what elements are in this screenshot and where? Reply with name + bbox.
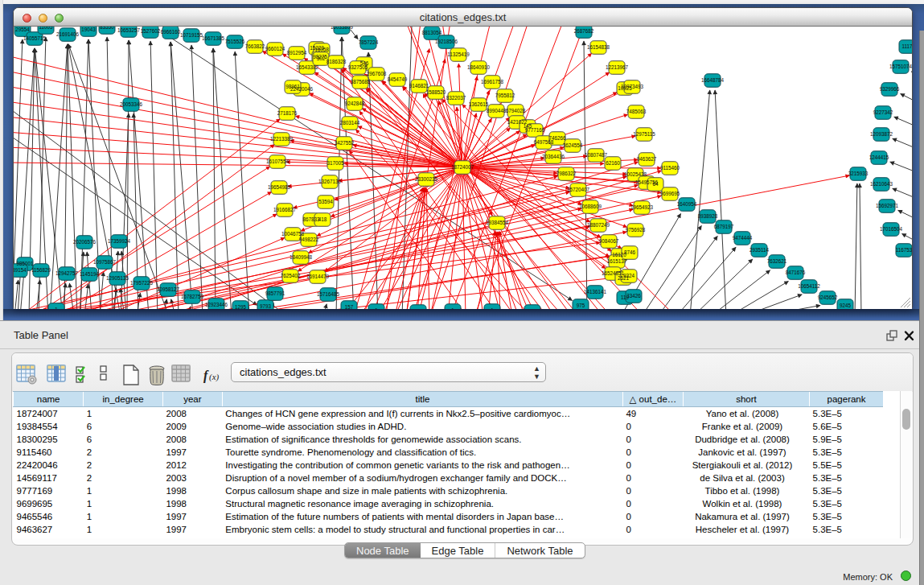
svg-text:16107554: 16107554: [266, 159, 290, 164]
svg-text:15751074: 15751074: [889, 64, 912, 69]
svg-text:9777169: 9777169: [525, 127, 545, 133]
svg-text:317005: 317005: [326, 160, 344, 166]
svg-text:1: 1: [417, 308, 420, 309]
svg-text:19384554: 19384554: [486, 220, 509, 225]
svg-text:10688609: 10688609: [579, 204, 602, 209]
svg-text:8186328: 8186328: [326, 59, 347, 64]
svg-text:10807487: 10807487: [585, 152, 608, 158]
svg-text:19654923: 19654923: [630, 204, 654, 210]
svg-text:1156829: 1156829: [31, 267, 51, 273]
svg-text:2803144: 2803144: [340, 120, 360, 126]
svg-text:14136141: 14136141: [584, 289, 607, 295]
svg-text:9115460: 9115460: [660, 165, 680, 171]
svg-text:9245652: 9245652: [818, 295, 838, 300]
svg-text:12923446: 12923446: [205, 302, 228, 307]
svg-text:53594: 53594: [318, 199, 333, 204]
svg-text:12213967: 12213967: [606, 64, 629, 70]
svg-text:17957225: 17957225: [130, 280, 154, 286]
svg-text:10719155: 10719155: [180, 32, 203, 38]
svg-text:7986322: 7986322: [556, 171, 577, 176]
svg-text:15720407: 15720407: [567, 187, 590, 192]
svg-text:2935114: 2935114: [749, 247, 770, 253]
svg-text:10958127: 10958127: [157, 286, 180, 292]
svg-text:62160: 62160: [606, 160, 620, 166]
svg-text:18409948: 18409948: [290, 254, 313, 260]
svg-text:418: 418: [318, 216, 327, 222]
svg-text:16671385: 16671385: [202, 35, 225, 41]
svg-text:7955812: 7955812: [495, 93, 515, 98]
svg-text:1117: 1117: [901, 43, 912, 49]
svg-text:16648784: 16648784: [701, 77, 725, 83]
svg-text:10046758: 10046758: [281, 231, 305, 237]
svg-text:1640954: 1640954: [677, 201, 697, 207]
svg-text:746266: 746266: [548, 135, 566, 141]
svg-text:12213389: 12213389: [270, 136, 294, 142]
svg-text:3624554: 3624554: [563, 142, 583, 148]
svg-text:18807249: 18807249: [587, 222, 610, 228]
svg-text:9474444: 9474444: [733, 235, 753, 241]
svg-text:19166827: 19166827: [273, 207, 297, 212]
svg-text:9084067: 9084067: [599, 238, 619, 244]
svg-text:9242848: 9242848: [345, 101, 365, 106]
svg-text:3875685: 3875685: [351, 79, 371, 84]
svg-text:20364436: 20364436: [542, 154, 565, 159]
svg-text:16782759: 16782759: [181, 294, 204, 299]
svg-text:1615137: 1615137: [607, 258, 627, 264]
svg-text:16210643: 16210643: [870, 181, 893, 187]
svg-text:10653257: 10653257: [117, 27, 141, 33]
svg-text:39154: 39154: [14, 267, 27, 273]
svg-text:16543382: 16543382: [296, 64, 319, 70]
svg-text:9463627: 9463627: [637, 156, 657, 162]
svg-text:16914479: 16914479: [306, 274, 330, 279]
svg-text:16033809: 16033809: [331, 27, 354, 30]
svg-text:1362615: 1362615: [469, 101, 489, 107]
svg-text:20053346: 20053346: [120, 101, 143, 107]
svg-text:1: 1: [451, 307, 454, 309]
svg-text:9146821: 9146821: [409, 83, 429, 89]
svg-text:33426: 33426: [626, 293, 641, 299]
svg-text:9660124: 9660124: [265, 46, 285, 51]
svg-text:1: 1: [531, 308, 534, 309]
svg-text:11325419: 11325419: [447, 51, 470, 57]
svg-text:83550: 83550: [100, 27, 114, 30]
svg-text:1527602: 1527602: [141, 28, 161, 34]
svg-text:1244415: 1244415: [869, 154, 889, 160]
svg-text:20206576: 20206576: [73, 239, 97, 245]
svg-text:18640910: 18640910: [467, 64, 491, 70]
svg-text:7485063: 7485063: [626, 109, 647, 114]
svg-text:16154838: 16154838: [587, 44, 610, 50]
svg-text:8813054: 8813054: [422, 30, 442, 35]
svg-text:29554: 29554: [15, 27, 30, 32]
svg-text:116753: 116753: [896, 247, 912, 253]
svg-text:9327505: 9327505: [348, 64, 368, 70]
svg-text:11005: 11005: [39, 27, 53, 30]
svg-text:1145194: 1145194: [80, 271, 100, 277]
svg-text:9498222: 9498222: [299, 237, 319, 242]
svg-text:8746: 8746: [624, 249, 636, 255]
svg-text:17016504: 17016504: [880, 226, 903, 232]
svg-text:2718176: 2718176: [277, 110, 298, 116]
svg-text:2967608: 2967608: [367, 71, 387, 76]
svg-text:9756928: 9756928: [626, 227, 646, 233]
svg-text:98961: 98961: [285, 84, 300, 89]
svg-text:1: 1: [55, 307, 58, 309]
svg-text:8454749: 8454749: [388, 76, 408, 82]
svg-text:12905135: 12905135: [106, 275, 129, 281]
svg-text:9329966: 9329966: [880, 86, 900, 92]
svg-text:(x): (x): [209, 372, 220, 382]
svg-text:8938928: 8938928: [698, 213, 718, 219]
svg-text:6879197: 6879197: [714, 224, 734, 229]
svg-text:7663822: 7663822: [245, 43, 265, 49]
svg-text:157: 157: [345, 304, 354, 309]
svg-text:64: 64: [652, 181, 659, 187]
svg-text:9324: 9324: [623, 273, 635, 278]
svg-text:21691406: 21691406: [56, 31, 80, 37]
svg-text:16961758: 16961758: [481, 79, 504, 84]
svg-text:1588520: 1588520: [426, 89, 446, 95]
svg-text:18724007: 18724007: [451, 164, 474, 170]
svg-text:9793: 9793: [260, 303, 272, 309]
svg-text:23300235: 23300235: [415, 176, 438, 182]
svg-text:7625402: 7625402: [281, 273, 301, 278]
svg-text:19218506: 19218506: [435, 39, 458, 44]
svg-text:9227342: 9227342: [873, 109, 893, 115]
